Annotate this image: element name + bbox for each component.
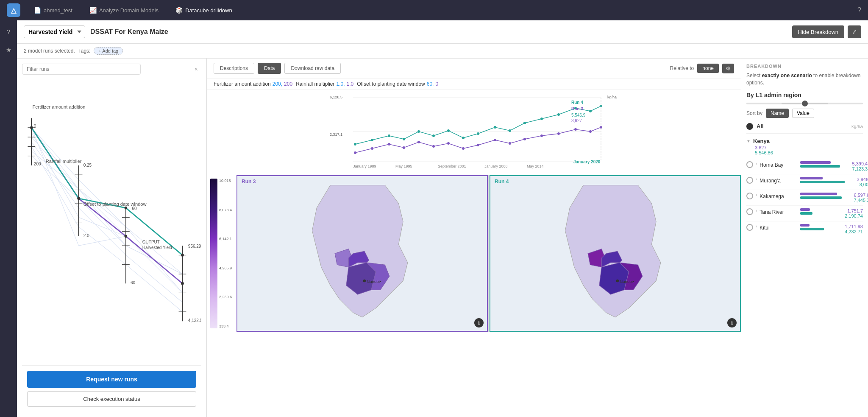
region-radio-4[interactable] (746, 224, 753, 231)
add-tag-button[interactable]: + Add tag (94, 47, 123, 55)
green-bar-4 (800, 228, 824, 230)
svg-point-64 (181, 282, 184, 285)
svg-point-81 (447, 142, 450, 145)
svg-text:May 2014: May 2014 (527, 164, 544, 168)
svg-point-98 (447, 129, 450, 132)
svg-point-35 (30, 126, 33, 129)
list-item: › Kitui 1,711.98 4,232.71 (746, 221, 863, 237)
svg-text:Nairobi•: Nairobi• (620, 279, 634, 284)
filter-clear-button[interactable]: × (195, 66, 198, 73)
time-series-chart: 6,128.5 2,317.1 kg/ha (210, 93, 737, 170)
breakdown-title: BREAKDOWN (746, 64, 863, 69)
svg-point-86 (523, 138, 526, 140)
svg-point-80 (432, 145, 435, 148)
svg-text:6,128.5: 6,128.5 (330, 95, 342, 99)
run4-map-info-button[interactable]: ℹ (727, 318, 737, 327)
svg-point-84 (494, 139, 496, 141)
sub-header: 2 model runs selected. Tags: + Add tag (17, 44, 868, 59)
svg-point-90 (589, 130, 592, 133)
slider-thumb[interactable] (802, 101, 808, 106)
color-scale-container: 10,015 8,078.4 6,142.1 4,205.9 2,269.6 3… (207, 175, 236, 332)
sort-value-button[interactable]: Value (792, 109, 814, 118)
sidebar-star-icon[interactable]: ★ (3, 44, 14, 56)
relative-none-button[interactable]: none (697, 64, 719, 73)
svg-point-121 (363, 280, 366, 282)
model-select[interactable]: Harvested Yield (24, 25, 85, 38)
tab-doc-icon: 📄 (34, 7, 41, 14)
expand-button[interactable]: ⤢ (848, 25, 861, 38)
svg-line-8 (31, 151, 78, 189)
region-values-4: 1,711.98 4,232.71 (835, 224, 863, 234)
svg-text:60: 60 (131, 280, 136, 285)
svg-point-83 (477, 144, 479, 146)
region-radio-3[interactable] (746, 208, 753, 215)
svg-point-93 (371, 139, 373, 141)
sort-row: Sort by Name Value (746, 109, 863, 118)
svg-point-82 (462, 147, 465, 150)
svg-point-99 (462, 137, 465, 139)
region-radio-2[interactable] (746, 193, 753, 199)
purple-bar-2 (800, 193, 837, 195)
region-values-0: 5,399.46 7,123.38 (843, 161, 868, 171)
svg-point-77 (388, 143, 390, 146)
sort-name-button[interactable]: Name (766, 109, 789, 118)
slider-track[interactable] (746, 103, 863, 104)
tab-descriptions[interactable]: Descriptions (214, 63, 254, 74)
svg-point-44 (77, 197, 80, 200)
gear-button[interactable]: ⚙ (722, 64, 734, 73)
kenya-region: ▼ Kenya 3,627 5,546.86 (746, 137, 863, 157)
tab-data[interactable]: Data (258, 63, 281, 74)
svg-point-53 (125, 235, 128, 238)
region-chevron-2: › (756, 193, 757, 197)
region-list: › Homa Bay 5,399.46 7,123.38 › Murang'a (746, 159, 863, 237)
kenya-values: 3,627 5,546.86 (746, 145, 863, 155)
svg-text:May 1995: May 1995 (395, 164, 412, 168)
region-bars-2 (800, 193, 842, 200)
sidebar-help-icon[interactable]: ? (3, 25, 14, 37)
list-item: › Kakamega 6,597.63 7,445.35 (746, 190, 863, 206)
region-radio-1[interactable] (746, 177, 753, 184)
param-row: Fertilizer amount addition 200, 200 Rain… (207, 78, 741, 90)
fertilizer-val2: 200 (284, 81, 292, 87)
svg-text:Fertilizer amount addition: Fertilizer amount addition (32, 104, 85, 109)
request-new-runs-button[interactable]: Request new runs (27, 371, 196, 388)
svg-text:kg/ha: kg/ha (607, 95, 617, 99)
tab-ahmed-test[interactable]: 📄 ahmed_test (31, 5, 76, 15)
app-logo[interactable]: △ (7, 3, 20, 17)
svg-text:Rainfall multiplier: Rainfall multiplier (46, 159, 82, 164)
header-right: Hide Breakdown ⤢ (792, 25, 861, 38)
check-execution-status-button[interactable]: Check execution status (27, 391, 196, 407)
all-radio[interactable] (746, 123, 753, 130)
offset-val2: 0 (435, 81, 438, 87)
svg-text:-60: -60 (131, 206, 137, 211)
slider-row (746, 103, 863, 104)
region-name-3: Tana River (760, 208, 798, 215)
all-row: All kg/ha (746, 123, 863, 134)
download-raw-data-button[interactable]: Download raw data (284, 63, 341, 74)
breakdown-panel: BREAKDOWN Select exactly one scenario to… (741, 59, 868, 417)
hide-breakdown-button[interactable]: Hide Breakdown (792, 25, 844, 38)
tab-datacube[interactable]: 🎲 Datacube drilldown (172, 5, 236, 15)
region-bars-3 (800, 208, 833, 216)
purple-bar-3 (800, 208, 810, 211)
content-area: Harvested Yield DSSAT For Kenya Maize Hi… (17, 20, 868, 417)
help-button[interactable]: ? (857, 6, 861, 14)
svg-text:Run 3: Run 3 (571, 106, 583, 111)
region-values-3: 1,751.7 2,190.74 (835, 208, 863, 218)
svg-text:0.25: 0.25 (83, 163, 92, 168)
relative-to-label: Relative to (670, 65, 694, 71)
tab-analyze[interactable]: 📈 Analyze Domain Models (86, 5, 162, 15)
filter-runs-input[interactable] (22, 64, 141, 75)
parallel-coords-panel: × (17, 59, 207, 417)
region-bars-0 (800, 161, 840, 169)
region-radio-0[interactable] (746, 161, 753, 168)
offset-label: Offset to planting date window (357, 81, 425, 87)
svg-point-97 (432, 134, 435, 137)
purple-bar-0 (800, 161, 831, 164)
run3-map-info-button[interactable]: ℹ (474, 318, 484, 327)
svg-line-2 (31, 128, 78, 179)
kenya-map-run3: KENYA Nairobi• (237, 176, 487, 331)
svg-text:January 1989: January 1989 (353, 164, 376, 168)
region-chevron-0: › (756, 161, 757, 166)
kenya-region-header[interactable]: ▼ Kenya (746, 137, 863, 145)
